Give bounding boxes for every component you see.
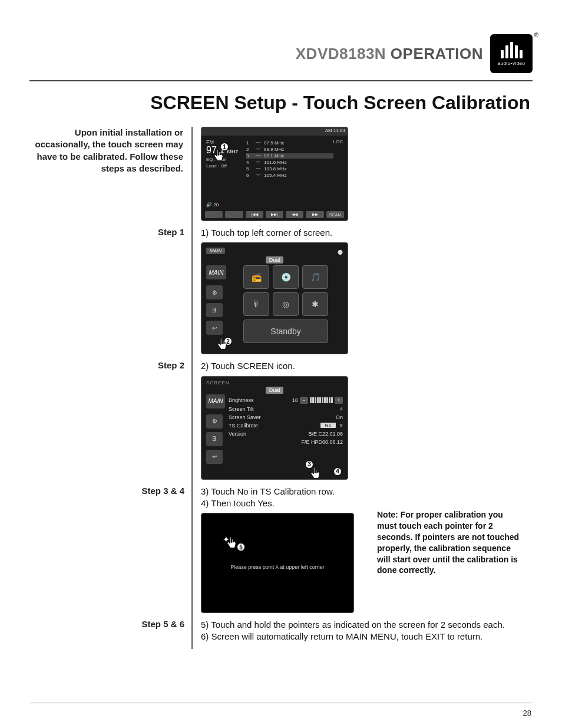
brand-tag: Dual [266,387,284,394]
side-icon[interactable]: 🎚 [206,303,223,317]
plus-button[interactable]: + [335,397,343,404]
step-1: Step 1 1) Touch top left corner of scree… [201,227,533,354]
section-name: OPERATION [391,45,483,62]
registered-mark: ® [534,32,538,38]
logo-bars-icon [501,42,523,58]
side-main-button[interactable]: MAIN [206,394,225,409]
tuner-btn-scan[interactable]: SCAN [326,211,344,218]
callout-5: 5 [237,543,245,551]
loud-line: Loud : Off [206,163,238,169]
intro-text: Upon initial installation or occasionall… [29,127,183,174]
clock-text: AM 11:04 [325,128,345,133]
minus-button[interactable]: − [300,397,308,404]
step-1-label: Step 1 [31,227,184,237]
screenshot-screen-settings: SCREEN Dual MAIN ⚙ 🎚 ↩ Brightn [201,376,348,480]
brightness-bar [310,397,333,403]
saver-label: Screen Saver [229,414,261,420]
side-icon[interactable]: 🎚 [206,432,223,446]
side-icon[interactable]: ⚙ [206,414,223,429]
screen-top-label: SCREEN [206,380,343,386]
tuner-statusbar: AM 11:04 [201,127,348,136]
saver-value: On [336,414,343,420]
side-main-button[interactable]: MAIN [206,265,226,279]
menu-icon-aux[interactable]: 🎙 [243,292,269,316]
screenshot-1-block: AM 11:04 FM 97.1 MHz EQ : User Loud : Of… [201,127,533,221]
hand-pointer-icon [212,149,225,164]
hand-pointer-icon [309,466,322,480]
tilt-label: Screen Tilt [229,406,254,412]
main-top-tag: MAIN [206,248,225,254]
side-icon[interactable]: ⚙ [206,285,223,299]
page-number: 28 [523,709,531,717]
screenshot-calibration: ✦ 5 Please press point A at upper left c… [201,513,354,613]
ts-label: TS Calibrate [229,423,258,429]
brightness-label: Brightness [229,397,254,403]
left-column: Upon initial installation or occasionall… [29,127,191,649]
header-divider [29,80,533,81]
brand-tag: Dual [266,256,284,263]
screenshot-tuner: AM 11:04 FM 97.1 MHz EQ : User Loud : Of… [201,127,348,221]
tuner-btn[interactable] [205,211,223,218]
step-2-label: Step 2 [31,360,184,370]
screenshot-main-menu: MAIN ⬤ Dual MAIN ⚙ 🎚 ↩ [201,242,348,354]
step-2: Step 2 2) Touch SCREEN icon. SCREEN Dual… [201,360,533,479]
hand-pointer-icon [216,337,229,353]
callout-4: 4 [333,467,342,476]
ts-no-button[interactable]: No [320,423,336,428]
menu-icon-radio[interactable]: 📻 [243,265,269,289]
loc-label: LOC [333,139,343,144]
version-be: B/E C22.01.06 [308,431,343,437]
menu-icon-ipod[interactable]: 🎵 [302,265,328,289]
tuner-btn[interactable] [225,211,243,218]
tuner-btn[interactable]: ◀◀ [286,211,303,218]
page-title: SCREEN Setup - Touch Screen Calibration [29,92,533,114]
header-title: XDVD8183N OPERATION [296,45,483,63]
calibration-note: Note: For proper calibration you must to… [377,509,524,576]
volume-value: 20 [213,202,219,207]
footer-divider [29,703,533,703]
standby-button[interactable]: Standby [243,319,328,343]
tuner-btn[interactable]: ▶▶| [266,211,283,218]
tuner-button-row: |◀◀ ▶▶| ◀◀ ▶▶ SCAN [205,211,344,218]
tuner-btn[interactable]: ▶▶ [306,211,323,218]
page-header: XDVD8183N OPERATION ® audio•video [29,34,533,73]
menu-icon-disc[interactable]: 💿 [273,265,299,289]
model-number: XDVD8183N [296,45,386,62]
step-5-text: 5) Touch and hold the pointers as indica… [201,619,533,631]
version-fe: F/E HPD60.06.12 [301,439,343,445]
hand-pointer-icon [225,536,238,551]
calibration-prompt: Please press point A at upper left corne… [201,564,353,570]
side-icon[interactable]: ↩ [206,321,223,335]
step-3-4-label: Step 3 & 4 [31,486,184,496]
tilt-value: 4 [340,406,343,412]
logo-subtext: audio•video [498,61,525,66]
step-4-text: 4) Then touch Yes. [201,498,533,509]
tuner-btn[interactable]: |◀◀ [246,211,263,218]
frequency-unit: MHz [227,149,239,154]
step-3-text: 3) Touch No in TS Calibration row. [201,486,533,498]
brightness-value: 10 [292,397,298,403]
side-icon[interactable]: ↩ [206,450,223,464]
step-1-text: 1) Touch top left corner of screen. [201,227,533,239]
step-5-6-label: Step 5 & 6 [31,619,184,629]
menu-icon-camera[interactable]: ◎ [273,292,299,316]
ts-yes-button[interactable]: Y [339,423,343,429]
bluetooth-status-icon: ⬤ [338,249,343,255]
page: XDVD8183N OPERATION ® audio•video SCREEN… [0,0,562,728]
step-2-text: 2) Touch SCREEN icon. [201,360,533,372]
menu-icon-bluetooth[interactable]: ✱ [302,292,328,316]
step-5-6: Step 5 & 6 5) Touch and hold the pointer… [201,619,533,643]
step-6-text: 6) Screen will automatically return to M… [201,631,533,643]
brand-logo: ® audio•video [490,34,533,73]
version-label: Version [229,431,246,437]
